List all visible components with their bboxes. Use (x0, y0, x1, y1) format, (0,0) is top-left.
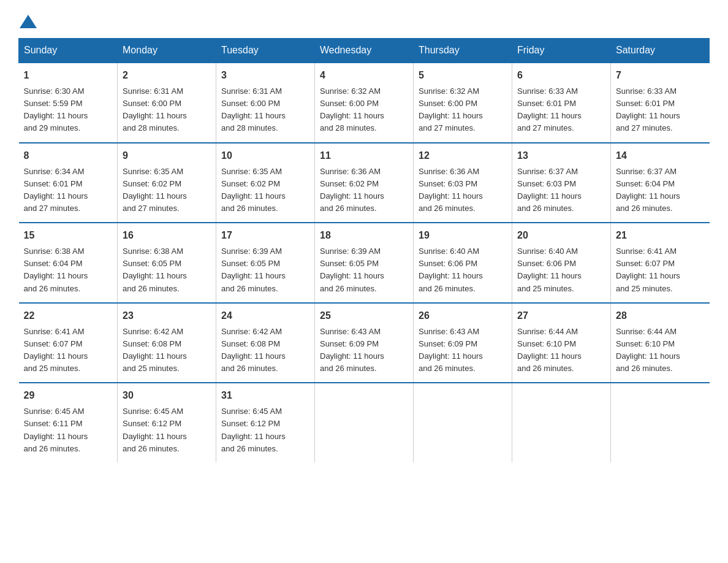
calendar-cell: 29 Sunrise: 6:45 AMSunset: 6:11 PMDaylig… (19, 383, 118, 462)
calendar-cell: 3 Sunrise: 6:31 AMSunset: 6:00 PMDayligh… (216, 63, 315, 143)
calendar-cell: 24 Sunrise: 6:42 AMSunset: 6:08 PMDaylig… (216, 303, 315, 383)
day-info: Sunrise: 6:39 AMSunset: 6:05 PMDaylight:… (221, 247, 286, 293)
day-number: 18 (320, 228, 408, 243)
day-info: Sunrise: 6:32 AMSunset: 6:00 PMDaylight:… (419, 86, 483, 132)
day-number: 19 (419, 228, 507, 243)
day-number: 29 (24, 388, 113, 403)
day-number: 9 (123, 148, 211, 163)
calendar-cell: 26 Sunrise: 6:43 AMSunset: 6:09 PMDaylig… (414, 303, 512, 383)
calendar-cell: 16 Sunrise: 6:38 AMSunset: 6:05 PMDaylig… (118, 223, 216, 303)
day-number: 21 (616, 228, 705, 243)
calendar-cell: 20 Sunrise: 6:40 AMSunset: 6:06 PMDaylig… (512, 223, 611, 303)
calendar-cell: 18 Sunrise: 6:39 AMSunset: 6:05 PMDaylig… (315, 223, 414, 303)
column-header-thursday: Thursday (414, 39, 512, 63)
day-info: Sunrise: 6:41 AMSunset: 6:07 PMDaylight:… (616, 247, 680, 293)
calendar-week-row: 29 Sunrise: 6:45 AMSunset: 6:11 PMDaylig… (19, 383, 710, 462)
day-info: Sunrise: 6:38 AMSunset: 6:05 PMDaylight:… (123, 247, 187, 293)
calendar-cell: 7 Sunrise: 6:33 AMSunset: 6:01 PMDayligh… (611, 63, 710, 143)
day-info: Sunrise: 6:42 AMSunset: 6:08 PMDaylight:… (221, 327, 286, 373)
day-info: Sunrise: 6:37 AMSunset: 6:04 PMDaylight:… (616, 167, 680, 213)
calendar-header-row: SundayMondayTuesdayWednesdayThursdayFrid… (19, 39, 710, 63)
day-number: 3 (221, 68, 309, 83)
column-header-tuesday: Tuesday (216, 39, 315, 63)
calendar-week-row: 8 Sunrise: 6:34 AMSunset: 6:01 PMDayligh… (19, 143, 710, 223)
day-info: Sunrise: 6:32 AMSunset: 6:00 PMDaylight:… (320, 86, 384, 132)
day-info: Sunrise: 6:38 AMSunset: 6:04 PMDaylight:… (24, 247, 88, 293)
day-number: 28 (616, 308, 705, 323)
day-info: Sunrise: 6:35 AMSunset: 6:02 PMDaylight:… (123, 167, 187, 213)
day-info: Sunrise: 6:33 AMSunset: 6:01 PMDaylight:… (616, 86, 680, 132)
day-number: 11 (320, 148, 408, 163)
calendar-cell: 25 Sunrise: 6:43 AMSunset: 6:09 PMDaylig… (315, 303, 414, 383)
day-info: Sunrise: 6:36 AMSunset: 6:03 PMDaylight:… (419, 167, 483, 213)
calendar-week-row: 1 Sunrise: 6:30 AMSunset: 5:59 PMDayligh… (19, 63, 710, 143)
day-info: Sunrise: 6:44 AMSunset: 6:10 PMDaylight:… (616, 327, 680, 373)
day-info: Sunrise: 6:35 AMSunset: 6:02 PMDaylight:… (221, 167, 286, 213)
calendar-cell: 14 Sunrise: 6:37 AMSunset: 6:04 PMDaylig… (611, 143, 710, 223)
day-info: Sunrise: 6:36 AMSunset: 6:02 PMDaylight:… (320, 167, 384, 213)
day-number: 2 (123, 68, 211, 83)
column-header-sunday: Sunday (19, 39, 118, 63)
day-number: 20 (517, 228, 605, 243)
day-info: Sunrise: 6:45 AMSunset: 6:12 PMDaylight:… (221, 407, 286, 453)
day-info: Sunrise: 6:31 AMSunset: 6:00 PMDaylight:… (221, 86, 286, 132)
day-info: Sunrise: 6:40 AMSunset: 6:06 PMDaylight:… (517, 247, 582, 293)
day-number: 13 (517, 148, 605, 163)
calendar-cell: 4 Sunrise: 6:32 AMSunset: 6:00 PMDayligh… (315, 63, 414, 143)
day-number: 7 (616, 68, 705, 83)
calendar-cell: 31 Sunrise: 6:45 AMSunset: 6:12 PMDaylig… (216, 383, 315, 462)
calendar-cell: 19 Sunrise: 6:40 AMSunset: 6:06 PMDaylig… (414, 223, 512, 303)
day-info: Sunrise: 6:33 AMSunset: 6:01 PMDaylight:… (517, 86, 582, 132)
calendar-cell: 15 Sunrise: 6:38 AMSunset: 6:04 PMDaylig… (19, 223, 118, 303)
calendar-week-row: 15 Sunrise: 6:38 AMSunset: 6:04 PMDaylig… (19, 223, 710, 303)
calendar-cell: 2 Sunrise: 6:31 AMSunset: 6:00 PMDayligh… (118, 63, 216, 143)
calendar-cell: 13 Sunrise: 6:37 AMSunset: 6:03 PMDaylig… (512, 143, 611, 223)
day-number: 30 (123, 388, 211, 403)
day-info: Sunrise: 6:31 AMSunset: 6:00 PMDaylight:… (123, 86, 187, 132)
logo (18, 12, 38, 26)
day-number: 16 (123, 228, 211, 243)
day-info: Sunrise: 6:41 AMSunset: 6:07 PMDaylight:… (24, 327, 88, 373)
column-header-monday: Monday (118, 39, 216, 63)
day-info: Sunrise: 6:30 AMSunset: 5:59 PMDaylight:… (24, 86, 88, 132)
calendar-cell: 8 Sunrise: 6:34 AMSunset: 6:01 PMDayligh… (19, 143, 118, 223)
calendar-cell: 22 Sunrise: 6:41 AMSunset: 6:07 PMDaylig… (19, 303, 118, 383)
day-info: Sunrise: 6:39 AMSunset: 6:05 PMDaylight:… (320, 247, 384, 293)
day-number: 5 (419, 68, 507, 83)
calendar-cell: 17 Sunrise: 6:39 AMSunset: 6:05 PMDaylig… (216, 223, 315, 303)
day-info: Sunrise: 6:44 AMSunset: 6:10 PMDaylight:… (517, 327, 582, 373)
calendar-cell: 9 Sunrise: 6:35 AMSunset: 6:02 PMDayligh… (118, 143, 216, 223)
calendar-table: SundayMondayTuesdayWednesdayThursdayFrid… (18, 38, 710, 462)
calendar-cell (315, 383, 414, 462)
day-number: 8 (24, 148, 113, 163)
calendar-cell: 28 Sunrise: 6:44 AMSunset: 6:10 PMDaylig… (611, 303, 710, 383)
day-number: 1 (24, 68, 113, 83)
calendar-cell: 5 Sunrise: 6:32 AMSunset: 6:00 PMDayligh… (414, 63, 512, 143)
day-number: 26 (419, 308, 507, 323)
day-number: 24 (221, 308, 309, 323)
day-info: Sunrise: 6:43 AMSunset: 6:09 PMDaylight:… (419, 327, 483, 373)
day-number: 14 (616, 148, 705, 163)
calendar-cell: 10 Sunrise: 6:35 AMSunset: 6:02 PMDaylig… (216, 143, 315, 223)
calendar-cell: 23 Sunrise: 6:42 AMSunset: 6:08 PMDaylig… (118, 303, 216, 383)
day-info: Sunrise: 6:40 AMSunset: 6:06 PMDaylight:… (419, 247, 483, 293)
day-number: 23 (123, 308, 211, 323)
day-number: 17 (221, 228, 309, 243)
calendar-cell: 1 Sunrise: 6:30 AMSunset: 5:59 PMDayligh… (19, 63, 118, 143)
day-info: Sunrise: 6:45 AMSunset: 6:12 PMDaylight:… (123, 407, 187, 453)
day-info: Sunrise: 6:45 AMSunset: 6:11 PMDaylight:… (24, 407, 88, 453)
page-header (18, 12, 710, 26)
day-number: 15 (24, 228, 113, 243)
calendar-cell: 11 Sunrise: 6:36 AMSunset: 6:02 PMDaylig… (315, 143, 414, 223)
calendar-week-row: 22 Sunrise: 6:41 AMSunset: 6:07 PMDaylig… (19, 303, 710, 383)
day-number: 6 (517, 68, 605, 83)
column-header-saturday: Saturday (611, 39, 710, 63)
calendar-cell (512, 383, 611, 462)
day-number: 22 (24, 308, 113, 323)
calendar-cell (414, 383, 512, 462)
calendar-cell: 30 Sunrise: 6:45 AMSunset: 6:12 PMDaylig… (118, 383, 216, 462)
day-number: 12 (419, 148, 507, 163)
calendar-cell: 27 Sunrise: 6:44 AMSunset: 6:10 PMDaylig… (512, 303, 611, 383)
calendar-cell: 21 Sunrise: 6:41 AMSunset: 6:07 PMDaylig… (611, 223, 710, 303)
day-info: Sunrise: 6:43 AMSunset: 6:09 PMDaylight:… (320, 327, 384, 373)
